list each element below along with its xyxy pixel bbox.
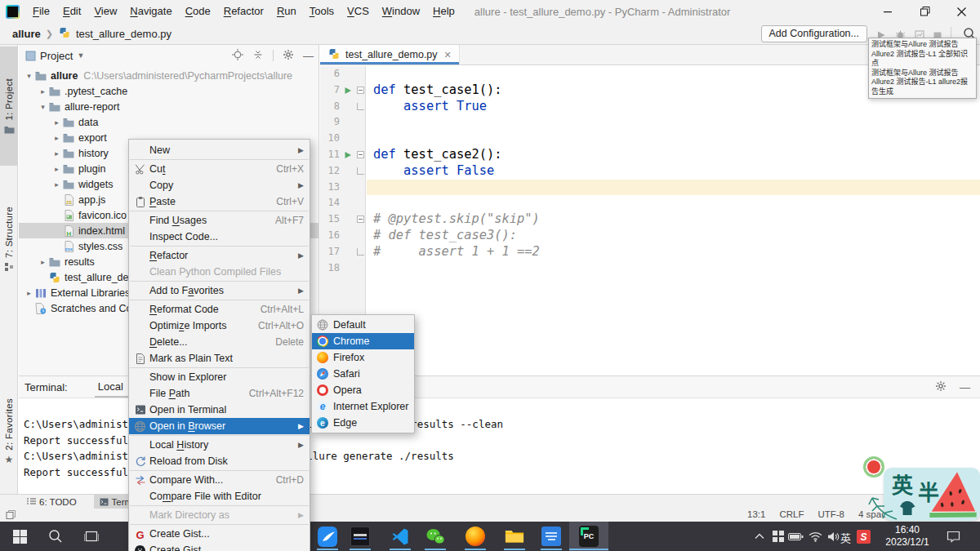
context-menu-item-paste[interactable]: PasteCtrl+V — [129, 193, 310, 210]
browser-item-edge[interactable]: eEdge — [312, 415, 414, 431]
close-tab-icon[interactable]: ✕ — [444, 50, 452, 60]
menu-code[interactable]: Code — [179, 0, 217, 23]
chevron-right-icon[interactable]: ▸ — [24, 289, 34, 297]
context-menu-item-delete[interactable]: Delete...Delete — [129, 334, 310, 350]
context-menu-item-compare-file-with-editor[interactable]: Compare File with Editor — [129, 488, 310, 504]
chevron-right-icon[interactable]: ▸ — [38, 87, 48, 96]
restore-button[interactable] — [906, 0, 943, 23]
chevron-down-icon[interactable]: ▾ — [24, 72, 34, 80]
start-button[interactable] — [10, 527, 29, 546]
context-menu-item-add-to-favorites[interactable]: Add to Favorites▶ — [129, 282, 310, 299]
run-test-icon[interactable] — [344, 147, 353, 163]
sogou-icon[interactable]: S — [857, 530, 871, 544]
ime-indicator[interactable]: 英 — [840, 530, 851, 545]
context-menu-item-open-in-browser[interactable]: Open in Browser▶ — [129, 418, 310, 434]
browser-item-default[interactable]: Default — [312, 317, 414, 333]
status-crlf[interactable]: CRLF — [779, 509, 804, 519]
tree-item-pytest-cache[interactable]: ▸.pytest_cache — [19, 83, 318, 99]
context-menu-item-reformat-code[interactable]: Reformat CodeCtrl+Alt+L — [129, 301, 310, 318]
gear-icon[interactable] — [283, 49, 294, 63]
context-menu-item-local-history[interactable]: Local History▶ — [129, 437, 310, 453]
taskbar-app-firefox[interactable] — [466, 527, 485, 546]
context-menu-item-reload-from-disk[interactable]: Reload from Disk — [129, 453, 310, 469]
context-menu-item-inspect-code[interactable]: Inspect Code... — [129, 229, 310, 245]
browser-item-safari[interactable]: Safari — [312, 366, 414, 382]
fold-marker-icon[interactable] — [357, 216, 364, 223]
taskbar-app-musicu[interactable] — [350, 527, 370, 546]
taskbar-app-explorer[interactable] — [505, 527, 524, 546]
taskbar-app-wechat[interactable] — [425, 527, 445, 546]
menu-view[interactable]: View — [87, 0, 123, 23]
context-menu-item-find-usages[interactable]: Find UsagesAlt+F7 — [129, 212, 310, 229]
status-13-1[interactable]: 13:1 — [747, 509, 765, 519]
tree-item-allure[interactable]: ▾allureC:\Users\administered\PycharmProj… — [19, 68, 318, 83]
chevron-right-icon[interactable]: ▸ — [51, 118, 62, 127]
tree-item-allure-report[interactable]: ▾allure-report — [19, 99, 318, 114]
browser-item-opera[interactable]: Opera — [312, 382, 414, 398]
minimize-button[interactable] — [870, 0, 906, 23]
close-button[interactable] — [943, 0, 980, 23]
editor-tab[interactable]: test_allure_demo.py ✕ — [320, 45, 460, 64]
chevron-right-icon[interactable]: ▸ — [51, 149, 62, 158]
menu-window[interactable]: Window — [376, 0, 426, 23]
status-utf-8[interactable]: UTF-8 — [817, 509, 844, 519]
locate-file-icon[interactable] — [232, 49, 243, 63]
task-view-icon[interactable] — [82, 527, 101, 546]
context-menu-item-optimize-imports[interactable]: Optimize ImportsCtrl+Alt+O — [129, 318, 310, 334]
chevron-down-icon[interactable]: ▾ — [38, 103, 48, 111]
context-menu-item-create-gist[interactable]: Create Gist... — [129, 542, 310, 551]
fold-marker-icon[interactable] — [357, 103, 364, 110]
taskbar-search-icon[interactable] — [46, 527, 65, 546]
menu-tools[interactable]: Tools — [303, 0, 341, 23]
wifi-icon[interactable] — [805, 527, 825, 546]
taskbar-app-pycharm[interactable]: PC — [579, 527, 599, 546]
menu-vcs[interactable]: VCS — [341, 0, 376, 23]
breadcrumb-project[interactable]: allure — [12, 28, 41, 40]
tray-chevron-icon[interactable] — [750, 527, 769, 546]
collapse-all-icon[interactable] — [252, 49, 264, 63]
tool-window-favorites[interactable]: 2: Favorites ★ — [0, 386, 18, 478]
gear-icon[interactable] — [935, 380, 947, 394]
taskbar-app-docs[interactable] — [541, 527, 561, 546]
action-center-icon[interactable] — [943, 527, 963, 546]
chevron-right-icon[interactable]: ▸ — [51, 180, 62, 189]
context-menu-item-show-in-explorer[interactable]: Show in Explorer — [129, 369, 310, 385]
tool-window-structure[interactable]: 7: Structure — [0, 190, 18, 288]
run-test-icon[interactable] — [344, 82, 353, 99]
tool-window-todo[interactable]: 6: TODO — [21, 495, 82, 509]
context-menu-item-copy[interactable]: Copy▶ — [129, 177, 310, 193]
menu-edit[interactable]: Edit — [56, 0, 87, 23]
chevron-right-icon[interactable]: ▸ — [51, 134, 62, 142]
browser-item-chrome[interactable]: Chrome — [312, 333, 414, 349]
code-area[interactable]: 6789101112131415161718 def test_case1():… — [320, 66, 980, 375]
project-panel-header[interactable]: Project ▼ — — [19, 45, 318, 66]
browser-item-firefox[interactable]: Firefox — [312, 349, 414, 366]
chevron-right-icon[interactable]: ▸ — [38, 258, 48, 266]
context-menu-item-compare-with[interactable]: Compare With...Ctrl+D — [129, 472, 310, 488]
chevron-right-icon[interactable]: ▸ — [51, 165, 62, 173]
taskbar-app-vscode[interactable] — [390, 527, 410, 546]
tool-window-project[interactable]: 1: Project — [0, 47, 18, 166]
context-menu-item-create-gist[interactable]: GCreate Gist... — [129, 526, 310, 542]
battery-icon[interactable] — [786, 527, 805, 546]
menu-file[interactable]: File — [26, 0, 56, 23]
menu-run[interactable]: Run — [270, 0, 303, 23]
menu-refactor[interactable]: Refactor — [217, 0, 270, 23]
taskbar-app-thunder[interactable] — [318, 527, 337, 546]
tree-item-data[interactable]: ▸data — [19, 114, 318, 130]
minimize-panel-icon[interactable]: — — [960, 381, 970, 393]
context-menu-item-open-in-terminal[interactable]: Open in Terminal — [129, 402, 310, 418]
breadcrumb-file[interactable]: test_allure_demo.py — [76, 28, 172, 40]
layout-icon[interactable] — [6, 510, 16, 522]
menu-help[interactable]: Help — [426, 0, 461, 23]
hide-panel-icon[interactable]: — — [303, 50, 314, 62]
context-menu-item-refactor[interactable]: Refactor▶ — [129, 247, 310, 264]
browser-item-internet-explorer[interactable]: eInternet Explorer — [312, 398, 414, 415]
fold-marker-icon[interactable] — [357, 248, 364, 256]
context-menu-item-new[interactable]: New▶ — [129, 142, 310, 158]
tray-clock[interactable]: 16:40 2023/12/1 — [880, 524, 934, 549]
menu-navigate[interactable]: Navigate — [123, 0, 178, 23]
fold-marker-icon[interactable] — [357, 167, 364, 175]
add-configuration-button[interactable]: Add Configuration... — [761, 25, 868, 42]
fold-marker-icon[interactable] — [357, 151, 364, 158]
